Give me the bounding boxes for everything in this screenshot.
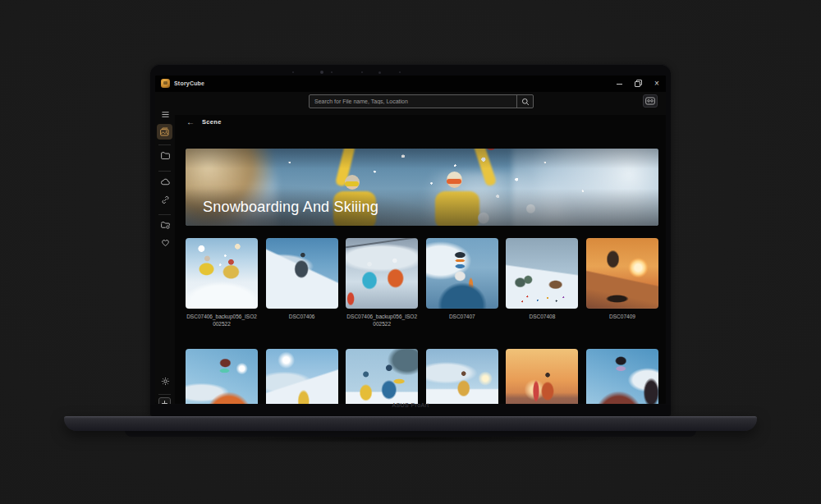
photo-thumbnail[interactable]: [506, 349, 578, 404]
filename-row: DSC07406_backup056_ISO2002522 DSC07406 D…: [186, 314, 658, 328]
filename-label: DSC07409: [586, 314, 658, 328]
sidebar-item-folders[interactable]: [155, 150, 175, 161]
link-icon: [160, 195, 171, 205]
laptop-base: [64, 416, 757, 431]
laptop-base-foot: [125, 430, 696, 437]
sensor-dot: [361, 71, 363, 73]
sidebar: [155, 92, 175, 404]
minimize-icon: [617, 84, 622, 85]
photo-thumbnail[interactable]: [426, 349, 498, 404]
sidebar-item-shared-folder[interactable]: [155, 220, 175, 231]
cloud-icon: [160, 176, 171, 187]
scenes-icon: [159, 126, 170, 137]
folder-icon: [160, 150, 171, 161]
photo-thumbnail[interactable]: [186, 238, 258, 309]
filename-label: DSC07406_backup056_ISO2002522: [186, 314, 258, 328]
laptop-screen-bezel: StoryCube ×: [150, 64, 671, 416]
sidebar-item-scenes[interactable]: [157, 124, 172, 140]
search-bar: [309, 94, 534, 108]
sensor-dot: [378, 71, 381, 74]
photo-grid-row: [186, 349, 658, 404]
sidebar-item-link[interactable]: [155, 195, 175, 205]
close-button[interactable]: ×: [650, 77, 663, 90]
photo-thumbnail[interactable]: [346, 238, 418, 309]
sidebar-divider: [158, 394, 171, 395]
filename-label: DSC07406: [266, 314, 338, 328]
sidebar-item-favorites[interactable]: [155, 237, 175, 248]
filename-label: DSC07407: [426, 314, 498, 328]
photo-thumbnail[interactable]: [586, 238, 658, 309]
filename-label: DSC07408: [506, 314, 578, 328]
photo-thumbnail[interactable]: [266, 349, 338, 404]
photo-thumbnail[interactable]: [586, 349, 658, 404]
restore-button[interactable]: [631, 77, 644, 90]
restore-icon: [635, 80, 641, 87]
sidebar-divider: [158, 144, 171, 145]
back-arrow-icon: ←: [186, 117, 195, 126]
menu-button[interactable]: [155, 109, 175, 120]
storycube-logo: [161, 79, 170, 88]
sensor-dot: [292, 71, 294, 73]
background: StoryCube ×: [0, 0, 821, 504]
page-title: Scene: [202, 118, 222, 126]
settings-button[interactable]: [155, 376, 175, 387]
photo-thumbnail[interactable]: [346, 349, 418, 404]
sensor-dot: [399, 71, 401, 73]
titlebar: StoryCube ×: [155, 76, 666, 92]
search-icon: [521, 98, 530, 106]
photo-thumbnail[interactable]: [186, 349, 258, 404]
search-input[interactable]: [310, 95, 516, 108]
banner-title: Snowboarding And Skiiing: [203, 199, 378, 216]
photo-grid-row: [186, 238, 658, 309]
view-mode-icon: [645, 97, 655, 105]
search-button[interactable]: [516, 95, 533, 108]
sensor-dot: [331, 71, 333, 73]
favorites-heart-icon: [160, 237, 171, 248]
scene-banner: Snowboarding And Skiiing: [186, 149, 658, 226]
app-title: StoryCube: [174, 80, 204, 86]
photo-thumbnail[interactable]: [506, 238, 578, 309]
filename-label: DSC07406_backup056_ISO2002522: [346, 314, 418, 328]
device-brand-label: ASUS ProArt: [150, 402, 671, 408]
settings-gear-icon: [160, 376, 171, 387]
webcam: [320, 71, 323, 74]
menu-icon: [160, 109, 171, 120]
sidebar-item-cloud[interactable]: [155, 176, 175, 187]
app-window: StoryCube ×: [155, 76, 666, 404]
view-mode-button[interactable]: [643, 94, 658, 108]
close-icon: ×: [654, 80, 659, 88]
back-button[interactable]: ←: [185, 116, 196, 127]
photo-thumbnail[interactable]: [266, 238, 338, 309]
shared-folder-icon: [160, 220, 171, 231]
photo-thumbnail[interactable]: [426, 238, 498, 309]
sidebar-divider: [158, 214, 171, 215]
sidebar-divider: [158, 171, 171, 172]
minimize-button[interactable]: [612, 77, 626, 90]
